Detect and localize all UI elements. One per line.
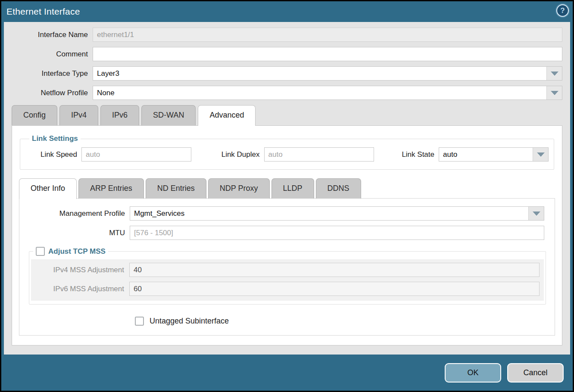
tab-ipv6[interactable]: IPv6 xyxy=(100,105,139,125)
interface-name-field xyxy=(93,28,562,42)
untagged-subinterface-label: Untagged Subinterface xyxy=(150,317,229,326)
link-state-label: Link State xyxy=(396,150,439,159)
comment-field[interactable] xyxy=(93,47,562,61)
advanced-panel: Link Settings Link Speed Link Duplex Lin… xyxy=(12,125,562,345)
netflow-profile-label: Netflow Profile xyxy=(12,89,93,97)
adjust-tcp-mss-legend: Adjust TCP MSS xyxy=(48,247,106,256)
link-state-dropdown-button[interactable] xyxy=(533,148,548,161)
link-settings-legend: Link Settings xyxy=(29,134,81,143)
management-profile-row: Management Profile Mgmt_Services xyxy=(19,206,549,221)
cancel-button[interactable]: Cancel xyxy=(507,363,564,383)
ipv6-mss-label: IPv6 MSS Adjustment xyxy=(31,285,129,293)
ipv6-mss-field xyxy=(129,282,540,296)
link-state-select[interactable]: auto xyxy=(439,147,549,162)
comment-label: Comment xyxy=(12,50,93,59)
mtu-field[interactable] xyxy=(130,226,544,240)
ipv4-mss-field xyxy=(129,263,540,277)
management-profile-select[interactable]: Mgmt_Services xyxy=(130,206,544,221)
tab-config[interactable]: Config xyxy=(12,105,57,125)
chevron-down-icon xyxy=(551,91,558,95)
subtab-arp-entries[interactable]: ARP Entries xyxy=(78,178,144,199)
management-profile-label: Management Profile xyxy=(19,209,130,218)
other-info-panel: Management Profile Mgmt_Services MTU xyxy=(19,198,555,336)
interface-type-select[interactable]: Layer3 xyxy=(93,66,562,81)
mtu-label: MTU xyxy=(19,229,130,237)
titlebar: Ethernet Interface ? xyxy=(1,1,573,22)
interface-type-value: Layer3 xyxy=(93,67,546,80)
ipv6-mss-row: IPv6 MSS Adjustment xyxy=(31,282,544,296)
tab-advanced[interactable]: Advanced xyxy=(198,105,256,126)
advanced-subtabs: Other Info ARP Entries ND Entries NDP Pr… xyxy=(19,178,555,199)
adjust-tcp-mss-checkbox[interactable] xyxy=(36,247,45,256)
interface-type-label: Interface Type xyxy=(12,69,93,78)
interface-name-label: Interface Name xyxy=(12,31,93,39)
ipv4-mss-row: IPv4 MSS Adjustment xyxy=(31,263,544,277)
ok-button[interactable]: OK xyxy=(445,363,501,383)
dialog-content: Interface Name Comment Interface Type La… xyxy=(4,22,570,355)
link-state-group: Link State auto xyxy=(396,147,549,162)
management-profile-dropdown-button[interactable] xyxy=(528,207,544,220)
help-icon[interactable]: ? xyxy=(556,4,569,17)
subtab-lldp[interactable]: LLDP xyxy=(271,178,314,199)
ipv4-mss-label: IPv4 MSS Adjustment xyxy=(31,266,129,274)
chevron-down-icon xyxy=(533,212,540,216)
comment-row: Comment xyxy=(12,47,562,61)
interface-name-row: Interface Name xyxy=(12,28,562,42)
dialog-footer: OK Cancel xyxy=(1,355,573,391)
netflow-profile-row: Netflow Profile None xyxy=(12,86,562,100)
mtu-row: MTU xyxy=(19,226,549,240)
tab-ipv4[interactable]: IPv4 xyxy=(59,105,98,125)
link-duplex-label: Link Duplex xyxy=(213,150,264,159)
management-profile-value: Mgmt_Services xyxy=(130,207,528,220)
netflow-profile-value: None xyxy=(93,86,546,100)
netflow-profile-select[interactable]: None xyxy=(93,86,562,100)
subtab-other-info[interactable]: Other Info xyxy=(19,178,77,199)
dialog-title: Ethernet Interface xyxy=(6,6,80,17)
untagged-subinterface-row: Untagged Subinterface xyxy=(135,317,549,326)
ethernet-interface-dialog: Ethernet Interface ? Interface Name Comm… xyxy=(0,0,574,392)
mss-disabled-block: IPv4 MSS Adjustment IPv6 MSS Adjustment xyxy=(31,259,544,301)
tab-sdwan[interactable]: SD-WAN xyxy=(141,105,196,125)
interface-type-dropdown-button[interactable] xyxy=(546,67,562,80)
adjust-tcp-mss-fieldset: Adjust TCP MSS IPv4 MSS Adjustment IPv6 … xyxy=(29,247,546,305)
chevron-down-icon xyxy=(537,152,545,157)
link-state-value: auto xyxy=(439,148,533,161)
link-speed-group: Link Speed xyxy=(25,147,191,162)
chevron-down-icon xyxy=(551,72,558,76)
interface-type-row: Interface Type Layer3 xyxy=(12,66,562,81)
subtab-nd-entries[interactable]: ND Entries xyxy=(146,178,206,199)
link-speed-field[interactable] xyxy=(81,147,191,162)
link-settings-fieldset: Link Settings Link Speed Link Duplex Lin… xyxy=(20,134,554,170)
link-duplex-field[interactable] xyxy=(264,147,374,162)
untagged-subinterface-checkbox[interactable] xyxy=(135,317,144,326)
netflow-profile-dropdown-button[interactable] xyxy=(546,86,562,100)
subtab-ndp-proxy[interactable]: NDP Proxy xyxy=(208,178,270,199)
subtab-ddns[interactable]: DDNS xyxy=(316,178,361,199)
link-speed-label: Link Speed xyxy=(25,150,81,159)
main-tabs: Config IPv4 IPv6 SD-WAN Advanced xyxy=(12,105,562,125)
link-duplex-group: Link Duplex xyxy=(213,147,374,162)
